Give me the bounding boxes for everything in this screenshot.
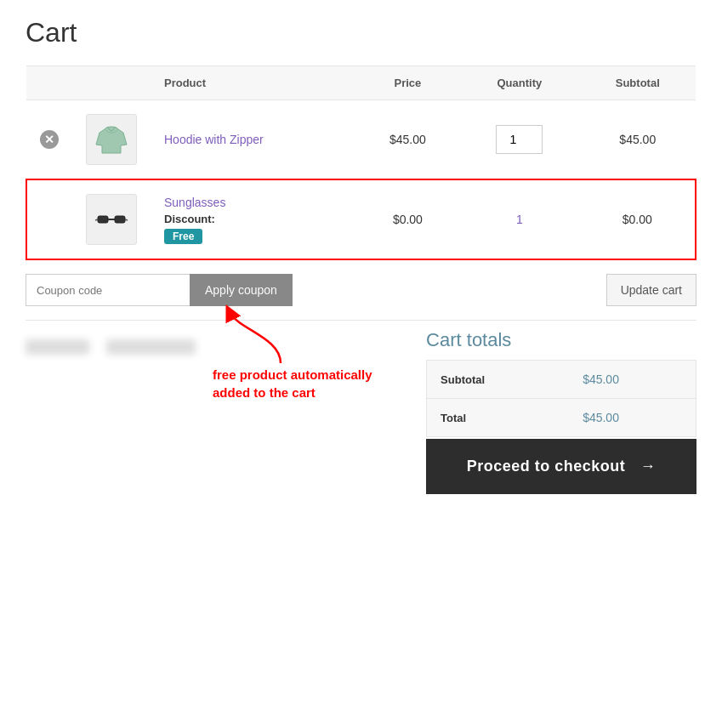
product-image-sunglasses <box>86 194 137 245</box>
subtotal-sunglasses: $0.00 <box>580 179 696 259</box>
subtotal-hoodie: $45.00 <box>580 100 696 180</box>
col-header-subtotal: Subtotal <box>580 66 696 100</box>
price-hoodie: $45.00 <box>356 100 460 180</box>
totals-table: Subtotal $45.00 Total $45.00 <box>426 360 696 437</box>
svg-rect-0 <box>98 216 108 223</box>
page-title: Cart <box>26 17 696 48</box>
subtotal-value: $45.00 <box>569 361 696 399</box>
subtotal-row: Subtotal $45.00 <box>427 361 696 399</box>
annotation-text: free product automatically added to the … <box>213 366 409 401</box>
blurred-content <box>26 329 196 365</box>
apply-coupon-button[interactable]: Apply coupon <box>190 274 293 306</box>
annotation-area: free product automatically added to the … <box>213 304 409 401</box>
cart-totals-section: Cart totals Subtotal $45.00 Total $45.00… <box>426 329 696 494</box>
svg-line-4 <box>125 219 128 220</box>
col-header-price: Price <box>356 66 460 100</box>
total-value: $45.00 <box>569 399 696 437</box>
subtotal-label: Subtotal <box>427 361 570 399</box>
total-label: Total <box>427 399 570 437</box>
total-row: Total $45.00 <box>427 399 696 437</box>
lower-section: free product automatically added to the … <box>26 329 696 494</box>
coupon-left: Apply coupon <box>26 274 293 306</box>
svg-line-3 <box>95 219 98 220</box>
table-row-sunglasses: Sunglasses Discount: Free $0.00 1 $0.00 <box>26 179 696 259</box>
remove-item-button[interactable]: ✕ <box>40 130 59 149</box>
product-link-hoodie[interactable]: Hoodie with Zipper <box>164 133 264 146</box>
col-header-quantity: Quantity <box>459 66 579 100</box>
svg-rect-1 <box>115 216 125 223</box>
quantity-sunglasses: 1 <box>516 213 523 226</box>
update-cart-button[interactable]: Update cart <box>606 274 696 306</box>
free-badge: Free <box>164 229 202 244</box>
checkout-button[interactable]: Proceed to checkout → <box>426 439 696 494</box>
cart-totals-title: Cart totals <box>426 329 696 351</box>
table-row: ✕ Hoodie with Zipper $45.00 $45. <box>26 100 696 180</box>
annotation-arrow <box>213 304 315 372</box>
quantity-input-hoodie[interactable] <box>496 125 543 154</box>
coupon-input[interactable] <box>26 274 190 306</box>
discount-label: Discount: <box>164 213 343 225</box>
product-link-sunglasses[interactable]: Sunglasses <box>164 196 225 209</box>
product-image-hoodie <box>86 114 137 165</box>
cart-table: Product Price Quantity Subtotal ✕ <box>26 65 696 260</box>
price-sunglasses: $0.00 <box>356 179 460 259</box>
col-header-product: Product <box>151 66 356 100</box>
